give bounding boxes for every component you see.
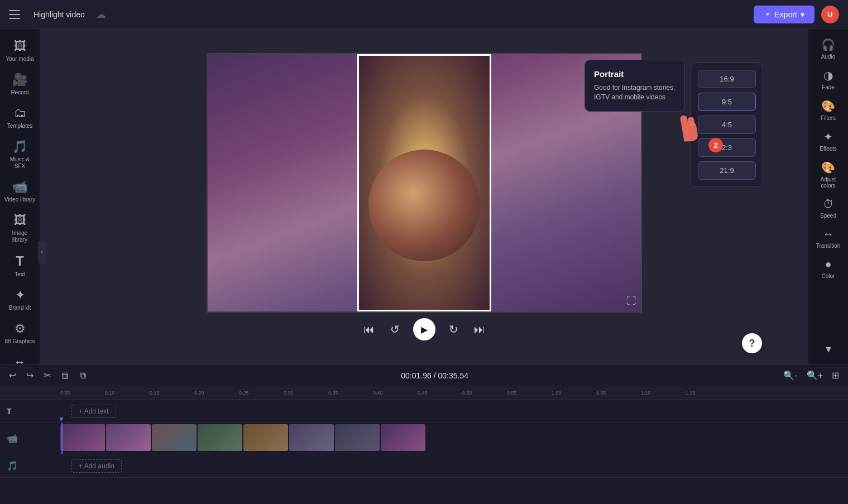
ratio-item-4-5[interactable]: 4:5 — [698, 116, 756, 134]
skip-back-button[interactable]: ⏮ — [361, 321, 377, 338]
forward-5s-button[interactable]: ↻ — [447, 320, 461, 338]
portrait-tooltip: Portrait Good for Instagram stories, IGT… — [585, 60, 685, 112]
current-time: 00:01.96 — [401, 371, 432, 380]
sidebar-item-transitions[interactable]: ↔ Transitions — [2, 351, 38, 364]
sidebar-collapse-button[interactable]: ‹ — [38, 241, 46, 263]
sidebar-item-text[interactable]: T Text — [2, 249, 38, 282]
topbar-right: Export ▾ U — [754, 6, 839, 23]
sidebar-item-templates[interactable]: 🗂 Templates — [2, 102, 38, 134]
canvas-wrapper: ⏮ ↺ ▶ ↻ ⏭ ⛶ — [207, 53, 642, 340]
right-item-audio[interactable]: 🎧 Audio — [811, 35, 846, 63]
audio-track-row: 🎵 + Add audio — [0, 454, 848, 478]
ruler-mark: 0:15 — [150, 390, 194, 396]
right-item-color[interactable]: ● Color — [811, 255, 846, 282]
skip-forward-button[interactable]: ⏭ — [472, 321, 487, 338]
ratio-item-2-3[interactable]: 2:3 — [698, 138, 756, 157]
zoom-in-button[interactable]: 🔍+ — [804, 369, 825, 382]
ruler-mark: 1:05 — [596, 390, 641, 396]
add-text-button[interactable]: + Add text — [71, 405, 116, 418]
thumbnail-5 — [243, 424, 288, 451]
help-button[interactable]: ? — [742, 333, 762, 353]
right-label-effects: Effects — [820, 146, 836, 152]
ruler-mark: 0:55 — [507, 390, 552, 396]
music-icon: 🎵 — [12, 140, 27, 154]
filters-icon: 🎨 — [821, 99, 835, 113]
timeline-ruler: 0:05 0:10 0:15 0:20 0:25 0:30 0:35 0:40 … — [0, 386, 848, 400]
thumbnail-3 — [152, 424, 197, 451]
video-library-icon: 📹 — [12, 180, 27, 194]
video-track-icon: 📹 — [7, 433, 18, 444]
thumbnail-2 — [106, 424, 151, 451]
fullscreen-button[interactable]: ⛶ — [626, 295, 636, 307]
ruler-marks: 0:05 0:10 0:15 0:20 0:25 0:30 0:35 0:40 … — [60, 390, 848, 396]
speed-icon: ⏱ — [823, 198, 834, 210]
redo-button[interactable]: ↪ — [24, 369, 36, 382]
adjust-colors-icon: 🎨 — [821, 161, 835, 174]
templates-icon: 🗂 — [14, 106, 26, 121]
sidebar-label-video-library: Video library — [4, 196, 35, 203]
right-item-transition[interactable]: ↔ Transition — [811, 224, 846, 252]
image-library-icon: 🖼 — [14, 213, 26, 228]
ruler-mark: 0:20 — [194, 390, 239, 396]
sidebar-label-text: Text — [15, 271, 25, 278]
user-avatar: U — [821, 6, 839, 23]
aspect-ratio-popup: 16:9 9:5 4:5 2:3 21:9 — [691, 63, 763, 187]
ratio-item-21-9[interactable]: 21:9 — [698, 161, 756, 180]
sidebar-item-your-media[interactable]: 🖼 Your media — [2, 35, 38, 67]
right-item-adjust-colors[interactable]: 🎨 Adjust colors — [811, 157, 846, 192]
fade-icon: ◑ — [823, 69, 833, 82]
cloud-save-icon: ☁ — [96, 8, 106, 21]
right-item-expand-collapse[interactable]: ▾ — [811, 339, 846, 359]
ruler-mark: 1:00 — [552, 390, 596, 396]
sidebar-label-your-media: Your media — [6, 56, 33, 63]
ratio-item-9-5[interactable]: 9:5 — [698, 93, 756, 111]
ratio-item-16-9[interactable]: 16:9 — [698, 70, 756, 88]
sidebar-item-video-library[interactable]: 📹 Video library — [2, 175, 38, 208]
sidebar-item-brand-kit[interactable]: ✦ Brand kit — [2, 284, 38, 316]
text-track-label: T — [0, 407, 60, 416]
play-button[interactable]: ▶ — [413, 318, 435, 340]
sidebar-item-music-sfx[interactable]: 🎵 Music & SFX — [2, 135, 38, 174]
audio-track-content: + Add audio — [60, 454, 848, 477]
undo-button[interactable]: ↩ — [7, 369, 18, 382]
cut-button[interactable]: ✂ — [41, 369, 53, 382]
color-icon: ● — [825, 258, 831, 271]
right-label-speed: Speed — [820, 213, 836, 219]
ruler-mark: 0:35 — [328, 390, 373, 396]
right-label-filters: Filters — [821, 115, 836, 121]
thumbnail-7 — [335, 424, 380, 451]
fit-timeline-button[interactable]: ⊞ — [830, 369, 841, 382]
portrait-tooltip-description: Good for Instagram stories, IGTV and mob… — [594, 83, 675, 102]
rewind-5s-button[interactable]: ↺ — [388, 320, 402, 338]
sidebar-label-brand-kit: Brand kit — [9, 305, 31, 311]
add-audio-button[interactable]: + Add audio — [71, 459, 122, 473]
ruler-mark: 0:40 — [373, 390, 418, 396]
sidebar-item-record[interactable]: 🎥 Record — [2, 68, 38, 100]
export-button[interactable]: Export ▾ — [754, 6, 815, 23]
text-track-icon: T — [7, 407, 12, 416]
text-track-content: + Add text — [60, 400, 848, 423]
right-item-filters[interactable]: 🎨 Filters — [811, 96, 846, 124]
video-frame — [208, 54, 641, 311]
ruler-mark: 0:45 — [418, 390, 462, 396]
left-sidebar: 🖼 Your media 🎥 Record 🗂 Templates 🎵 Musi… — [0, 29, 40, 364]
right-item-effects[interactable]: ✦ Effects — [811, 127, 846, 155]
timeline-tracks: T + Add text 📹 — [0, 400, 848, 504]
project-title: Highlight video — [33, 10, 85, 19]
hamburger-menu[interactable] — [9, 7, 25, 22]
duplicate-button[interactable]: ⧉ — [78, 369, 88, 382]
sidebar-item-image-library[interactable]: 🖼 Image library — [2, 209, 38, 248]
sidebar-label-graphics: 88 Graphics — [5, 338, 35, 345]
sidebar-item-graphics[interactable]: ⚙ 88 Graphics — [2, 317, 38, 349]
delete-button[interactable]: 🗑 — [59, 369, 72, 382]
right-item-fade[interactable]: ◑ Fade — [811, 65, 846, 94]
thumbnail-1 — [60, 424, 105, 451]
text-track-row: T + Add text — [0, 400, 848, 423]
right-label-transition: Transition — [816, 243, 841, 249]
graphics-icon: ⚙ — [15, 321, 26, 336]
total-time: 00:35.54 — [438, 371, 469, 380]
right-panel: 🎧 Audio ◑ Fade 🎨 Filters ✦ Effects 🎨 Adj… — [808, 29, 848, 364]
zoom-out-button[interactable]: 🔍- — [781, 369, 799, 382]
right-item-speed[interactable]: ⏱ Speed — [811, 194, 846, 222]
topbar: Highlight video ☁ Export ▾ U — [0, 0, 848, 29]
